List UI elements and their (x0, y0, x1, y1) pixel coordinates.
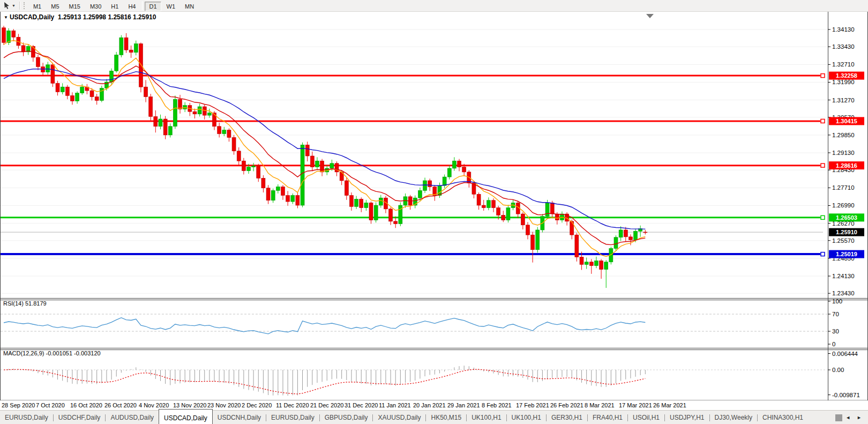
chart-tab-ger30-11[interactable]: GER30,H1 (547, 411, 587, 424)
terminal-window: ▼ M1M5M15M30H1H4D1W1MN 1.341301.334301.3… (0, 0, 868, 424)
date-axis-label: 17 Mar 2021 (619, 402, 652, 408)
date-axis-label: 28 Sep 2020 (2, 402, 35, 408)
axis-label: 1.32710 (832, 61, 855, 68)
axis-label: 1.25910 (836, 229, 857, 235)
date-axis-label: 2 Dec 2020 (242, 402, 272, 408)
chart-tab-dj30-15[interactable]: DJ30,Weekly (710, 411, 757, 424)
cursor-tool-dropdown-icon[interactable]: ▼ (12, 4, 16, 8)
chart-tab-usdjpy-14[interactable]: USDJPY,H1 (665, 411, 709, 424)
timeframe-button-w1[interactable]: W1 (162, 2, 180, 11)
axis-label: 0 (832, 341, 835, 347)
timeframe-buttons: M1M5M15M30H1H4D1W1MN (28, 1, 199, 11)
timeframe-button-h4[interactable]: H4 (124, 2, 140, 11)
axis-label: -0.009871 (832, 392, 860, 398)
level-price-tag (829, 117, 864, 125)
axis-label: 1.34130 (832, 26, 855, 33)
date-axis-label: 29 Jan 2021 (447, 402, 480, 408)
level-price-tag (829, 213, 864, 221)
axis-label: 1.30415 (836, 118, 857, 124)
chart-tab-fra40-12[interactable]: FRA40,H1 (588, 411, 627, 424)
timeframe-button-m15[interactable]: M15 (65, 2, 85, 11)
tab-scroll-left-icon[interactable]: ◄ (842, 415, 854, 420)
cursor-arrow-icon (4, 2, 11, 9)
cursor-tool-icon[interactable] (3, 2, 11, 10)
axis-label: 1.28616 (836, 162, 857, 169)
level-price-tag (829, 72, 864, 80)
chart-tab-usdchf-1[interactable]: USDCHF,Daily (54, 411, 106, 424)
timeframe-button-m1[interactable]: M1 (29, 2, 46, 11)
axis-label: 1.32258 (836, 72, 857, 79)
toolbar-separator (142, 1, 143, 10)
timeframe-button-d1[interactable]: D1 (145, 2, 161, 11)
date-axis-label: 4 Nov 2020 (139, 402, 169, 408)
axis-label: 70 (832, 311, 839, 317)
axis-label: 1.33430 (832, 43, 855, 50)
chart-tab-uk100-10[interactable]: UK100,H1 (507, 411, 546, 424)
axis-label: 0.006444 (832, 351, 858, 357)
chart-tab-eurusd-0[interactable]: EURUSD,Daily (0, 411, 53, 424)
chart-tab-usdcad-3[interactable]: USDCAD,Daily (159, 409, 213, 424)
axis-label: 1.26990 (832, 202, 855, 209)
axis-label: 1.25019 (836, 251, 857, 257)
level-price-tag (829, 161, 864, 169)
tabbar-separator (835, 414, 842, 421)
axis-label: 100 (832, 298, 842, 304)
axis-label: 1.31990 (832, 79, 855, 85)
axis-label: 1.27710 (832, 184, 855, 191)
axis-label: 1.25570 (832, 237, 855, 244)
date-axis-label: 17 Feb 2021 (516, 402, 549, 408)
chart-tab-audusd-2[interactable]: AUDUSD,Daily (106, 411, 159, 424)
date-axis-label: 13 Nov 2020 (173, 402, 206, 408)
axis-label: 1.24130 (832, 273, 855, 279)
chart-tab-uk100-9[interactable]: UK100,H1 (467, 411, 506, 424)
chart-tab-gbpusd-6[interactable]: GBPUSD,Daily (320, 411, 373, 424)
axis-label: 1.24850 (832, 255, 855, 262)
date-axis-label: 7 Oct 2020 (36, 402, 65, 408)
date-axis-label: 26 Mar 2021 (653, 402, 686, 408)
toolbar-separator (19, 2, 20, 10)
date-axis-label: 16 Oct 2020 (70, 402, 102, 408)
timeframe-button-m30[interactable]: M30 (86, 2, 106, 11)
chart-tab-eurusd-5[interactable]: EURUSD,Daily (266, 411, 319, 424)
axis-label: 1.29130 (832, 150, 855, 156)
level-price-tag (829, 250, 864, 258)
chart-tab-xauusd-7[interactable]: XAUUSD,Daily (373, 411, 425, 424)
date-axis: 28 Sep 20207 Oct 202016 Oct 202026 Oct 2… (0, 400, 868, 410)
date-axis-label: 20 Jan 2021 (413, 402, 446, 408)
chart-tab-usdcnh-4[interactable]: USDCNH,Daily (213, 411, 266, 424)
chart-tab-usoil-13[interactable]: USOil,H1 (628, 411, 664, 424)
date-axis-label: 8 Mar 2021 (585, 402, 615, 408)
date-axis-label: 11 Dec 2020 (276, 402, 309, 408)
symbol-tab-bar: EURUSD,DailyUSDCHF,DailyAUDUSD,DailyUSDC… (0, 410, 868, 424)
axis-label: 1.26270 (832, 220, 855, 227)
date-axis-label: 23 Nov 2020 (207, 402, 241, 408)
timeframe-button-m5[interactable]: M5 (47, 2, 63, 11)
tab-scroll-right-icon[interactable]: ► (854, 415, 865, 420)
axis-label: 1.30570 (832, 114, 855, 121)
chart-tab-china300-16[interactable]: CHINA300,H1 (758, 411, 808, 424)
date-axis-label: 26 Oct 2020 (104, 402, 137, 408)
chart-tab-hk50-8[interactable]: HK50,M15 (426, 411, 466, 424)
timeframe-toolbar: ▼ M1M5M15M30H1H4D1W1MN (0, 0, 868, 12)
timeframe-button-mn[interactable]: MN (181, 2, 198, 11)
date-axis-label: 8 Feb 2021 (482, 402, 512, 408)
axis-label: 0.00 (832, 367, 844, 373)
timeframe-button-h1[interactable]: H1 (107, 2, 123, 11)
date-axis-label: 31 Dec 2020 (345, 402, 378, 408)
axis-label: 30 (832, 328, 839, 334)
symbol-tabs: EURUSD,DailyUSDCHF,DailyAUDUSD,DailyUSDC… (0, 411, 808, 424)
axis-label: 1.29850 (832, 132, 855, 138)
current-price-tag (829, 228, 864, 236)
axis-label: 1.26503 (836, 214, 857, 221)
date-axis-label: 26 Feb 2021 (550, 402, 583, 408)
date-axis-label: 21 Dec 2020 (310, 402, 343, 408)
toolbar-grip-handle[interactable] (24, 2, 26, 9)
date-axis-label: 11 Jan 2021 (379, 402, 411, 408)
axis-label: 1.31270 (832, 97, 855, 103)
tab-scroll-arrows: ◄ ► (835, 411, 868, 424)
axis-label: 1.28430 (832, 167, 855, 173)
chart-plot-area[interactable] (0, 11, 827, 400)
axis-label: 1.23430 (832, 290, 855, 296)
